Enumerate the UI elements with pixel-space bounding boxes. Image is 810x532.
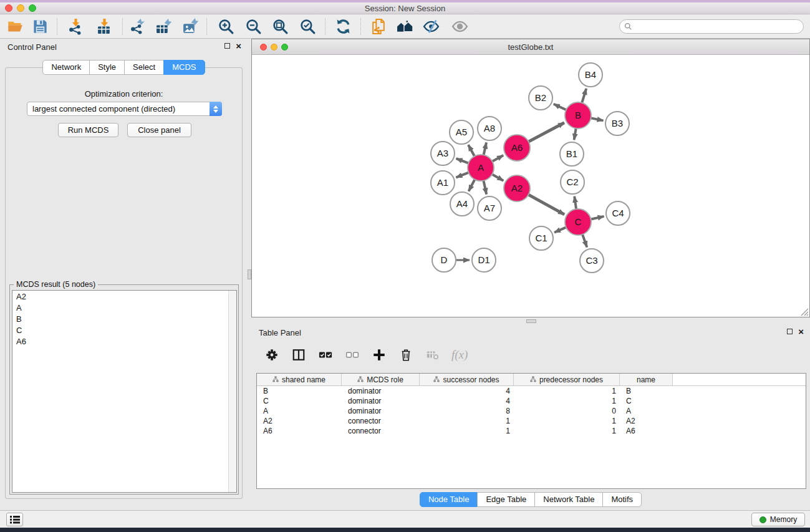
select-all-columns-icon[interactable] bbox=[317, 347, 334, 363]
import-table-icon[interactable] bbox=[93, 16, 115, 37]
zoom-fit-icon[interactable] bbox=[269, 16, 291, 37]
table-cell[interactable]: A2 bbox=[257, 417, 342, 425]
close-window-button[interactable] bbox=[260, 44, 267, 51]
table-cell[interactable]: dominator bbox=[342, 397, 420, 405]
tab-motifs[interactable]: Motifs bbox=[602, 492, 642, 507]
export-network-icon[interactable] bbox=[126, 16, 148, 37]
graph-edge-B-B3[interactable] bbox=[590, 118, 604, 121]
graph-node-A1[interactable]: A1 bbox=[431, 171, 455, 195]
graph-node-B1[interactable]: B1 bbox=[560, 142, 584, 166]
add-column-icon[interactable] bbox=[371, 347, 387, 363]
minimize-window-button[interactable] bbox=[271, 44, 277, 51]
birds-eye-view-icon[interactable] bbox=[448, 16, 471, 37]
table-cell[interactable]: 0 bbox=[514, 407, 620, 415]
graph-edge-A-A5[interactable] bbox=[468, 145, 475, 157]
task-history-button[interactable] bbox=[6, 513, 23, 526]
graph-edge-C-C2[interactable] bbox=[574, 196, 576, 210]
graph-edge-C-C4[interactable] bbox=[590, 216, 604, 220]
unselect-all-columns-icon[interactable] bbox=[344, 347, 360, 363]
graphics-details-icon[interactable] bbox=[420, 16, 442, 37]
table-cell[interactable]: 1 bbox=[420, 427, 514, 435]
home-layout-icon[interactable] bbox=[393, 16, 416, 37]
tab-edge-table[interactable]: Edge Table bbox=[477, 492, 535, 507]
graph-node-C[interactable]: C bbox=[565, 209, 591, 235]
graph-node-D[interactable]: D bbox=[432, 248, 456, 272]
table-cell[interactable]: B bbox=[257, 387, 342, 395]
table-cell[interactable]: connector bbox=[342, 427, 420, 435]
table-cell[interactable]: 4 bbox=[420, 387, 514, 395]
table-cell[interactable]: A2 bbox=[620, 417, 673, 425]
float-panel-icon[interactable] bbox=[787, 329, 793, 334]
open-file-icon[interactable] bbox=[4, 16, 26, 37]
mcds-result-list[interactable]: A2ABCA6 bbox=[12, 290, 237, 493]
export-table-icon[interactable] bbox=[152, 16, 175, 37]
table-cell[interactable]: C bbox=[257, 397, 342, 405]
graph-edge-A-A8[interactable] bbox=[483, 142, 486, 156]
zoom-selected-icon[interactable] bbox=[296, 16, 319, 37]
run-mcds-button[interactable]: Run MCDS bbox=[58, 123, 118, 137]
table-cell[interactable]: A6 bbox=[257, 427, 342, 435]
graph-edge-A-A2[interactable] bbox=[491, 173, 504, 180]
table-cell[interactable]: A bbox=[620, 407, 673, 415]
graph-edge-B-B1[interactable] bbox=[574, 127, 576, 140]
graph-node-B[interactable]: B bbox=[565, 102, 591, 128]
graph-node-A4[interactable]: A4 bbox=[450, 192, 474, 216]
search-input[interactable] bbox=[632, 21, 803, 32]
table-cell[interactable]: 1 bbox=[514, 427, 620, 435]
graph-node-A5[interactable]: A5 bbox=[450, 120, 473, 144]
tab-mcds[interactable]: MCDS bbox=[163, 60, 205, 75]
table-cell[interactable]: 8 bbox=[420, 407, 514, 415]
window-resize-grip[interactable] bbox=[799, 307, 809, 316]
zoom-window-button[interactable] bbox=[281, 44, 288, 51]
optimization-criterion-dropdown[interactable]: largest connected component (directed) bbox=[27, 102, 222, 116]
graph-edge-A2-C[interactable] bbox=[528, 194, 564, 215]
graph-node-D1[interactable]: D1 bbox=[472, 248, 496, 272]
function-builder-icon[interactable]: f(x) bbox=[451, 348, 468, 362]
float-panel-icon[interactable] bbox=[224, 43, 230, 49]
zoom-window-button[interactable] bbox=[29, 4, 36, 12]
copy-network-icon[interactable] bbox=[367, 16, 390, 37]
refresh-view-icon[interactable] bbox=[332, 16, 354, 37]
mcds-result-item[interactable]: A2 bbox=[12, 291, 236, 302]
gear-icon[interactable] bbox=[264, 347, 280, 363]
table-cell[interactable]: 1 bbox=[514, 417, 620, 425]
close-window-button[interactable] bbox=[5, 4, 12, 12]
column-header-name[interactable]: name bbox=[620, 374, 673, 385]
table-cell[interactable]: C bbox=[620, 397, 673, 405]
table-row[interactable]: A2connector11A2 bbox=[257, 416, 806, 426]
node-table[interactable]: shared nameMCDS rolesuccessor nodesprede… bbox=[256, 373, 806, 489]
horizontal-splitter-grip[interactable] bbox=[526, 319, 536, 323]
graph-node-A6[interactable]: A6 bbox=[504, 135, 530, 161]
table-cell[interactable]: 1 bbox=[514, 397, 620, 405]
table-cell[interactable]: 1 bbox=[420, 417, 514, 425]
mcds-result-item[interactable]: A6 bbox=[12, 336, 236, 347]
mcds-result-item[interactable]: B bbox=[12, 313, 236, 324]
table-row[interactable]: Cdominator41C bbox=[257, 396, 806, 406]
table-row[interactable]: Bdominator41B bbox=[257, 386, 806, 396]
close-panel-button[interactable]: Close panel bbox=[127, 123, 191, 137]
graph-node-C2[interactable]: C2 bbox=[561, 170, 584, 194]
close-panel-icon[interactable]: × bbox=[236, 42, 241, 49]
column-header-successor-nodes[interactable]: successor nodes bbox=[420, 374, 514, 385]
graph-node-A8[interactable]: A8 bbox=[478, 117, 501, 140]
graph-edge-C-C1[interactable] bbox=[554, 227, 567, 233]
zoom-in-icon[interactable] bbox=[215, 16, 237, 37]
column-header-mcds-role[interactable]: MCDS role bbox=[342, 374, 420, 385]
graph-edge-A6-B[interactable] bbox=[528, 123, 564, 142]
minimize-window-button[interactable] bbox=[17, 4, 24, 12]
graph-node-C4[interactable]: C4 bbox=[606, 201, 630, 225]
table-row[interactable]: Adominator80A bbox=[257, 406, 806, 416]
table-cell[interactable]: A6 bbox=[620, 427, 673, 435]
graph-edge-B-B2[interactable] bbox=[554, 104, 567, 110]
graph-node-A7[interactable]: A7 bbox=[478, 196, 501, 220]
split-columns-icon[interactable] bbox=[291, 347, 307, 363]
table-cell[interactable]: dominator bbox=[342, 387, 420, 395]
import-network-icon[interactable] bbox=[64, 16, 87, 37]
export-image-icon[interactable] bbox=[179, 16, 201, 37]
graph-edge-A-A3[interactable] bbox=[456, 158, 470, 163]
tab-network-table[interactable]: Network Table bbox=[534, 492, 603, 507]
table-cell[interactable]: 1 bbox=[514, 387, 620, 395]
search-field[interactable] bbox=[619, 19, 804, 34]
tab-node-table[interactable]: Node Table bbox=[420, 492, 478, 507]
table-cell[interactable]: dominator bbox=[342, 407, 420, 415]
